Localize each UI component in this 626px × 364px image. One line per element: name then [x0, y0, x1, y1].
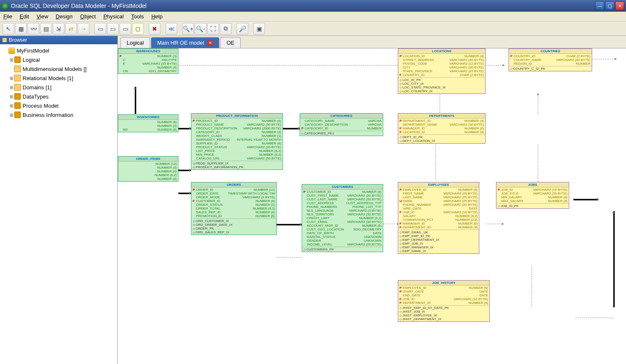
zoom-in-button[interactable]: 🔍+	[182, 23, 194, 35]
menu-object[interactable]: Object	[80, 13, 96, 20]
import-button[interactable]: ⇲	[53, 23, 64, 35]
titlebar: Oracle SQL Developer Data Modeler - MyFi…	[0, 0, 626, 12]
table-inventories[interactable]: INVENTORIESNUMBER (6)NUMBER (3)NDNUMBER …	[118, 114, 178, 132]
tree-label: MyFirstModel	[17, 48, 49, 54]
goggles-button[interactable]: 👓	[28, 23, 39, 35]
browser-header: Browser	[0, 36, 117, 44]
table-departments[interactable]: DEPARTMENTSDEPARTMENT_IDNUMBER (4)DEPART…	[398, 113, 486, 144]
new-note-button[interactable]: ◻	[132, 23, 144, 35]
arrow-button[interactable]: →	[78, 23, 89, 35]
tree-label: Logical	[23, 57, 40, 63]
subview-button[interactable]: ▤	[40, 23, 52, 35]
browser-title: Browser	[9, 37, 27, 43]
menu-physical[interactable]: Physical	[103, 13, 123, 20]
menu-view[interactable]: View	[36, 13, 48, 20]
table-countries[interactable]: COUNTRIESCOUNTRY_IDCHAR (2 BYTE)COUNTRY_…	[509, 48, 592, 71]
toolbar: ↖ ▦ 👓 ▤ ⇲ ⇄ → ▭ ▭ ▭ ◻ ✖ ≪ 🔍+ 🔍- ⛶ ⧉ 🔎 ▣	[0, 22, 626, 36]
tree-item-logical[interactable]: ⊞ Logical	[3, 55, 115, 64]
menu-edit[interactable]: Edit	[20, 13, 29, 20]
tab-main-hr-oe[interactable]: Main HR OE model ✕	[151, 37, 219, 48]
back-button[interactable]: ≪	[165, 23, 177, 35]
close-button[interactable]: ✕	[615, 1, 624, 10]
table-job-history[interactable]: JOB_HISTORYEMPLOYEE_IDNUMBER (6)START_DA…	[398, 280, 490, 322]
window-title: Oracle SQL Developer Data Modeler - MyFi…	[11, 3, 147, 9]
grid-icon	[14, 75, 21, 81]
grid-icon	[14, 84, 21, 91]
tab-bar: Logical Main HR OE model ✕ OE	[118, 36, 626, 48]
menubar: File Edit View Design Object Physical To…	[0, 12, 626, 22]
delete-button[interactable]: ✖	[149, 23, 160, 35]
canvas-area: Logical Main HR OE model ✕ OE	[118, 36, 626, 364]
tree-item-datatypes[interactable]: ⊞ DataTypes	[3, 92, 115, 101]
tree-item-relational[interactable]: ⊞ Relational Models [1]	[3, 73, 115, 83]
fit-screen-button[interactable]: ⛶	[207, 23, 219, 35]
table-employees[interactable]: EMPLOYEESEMPLOYEE_IDNUMBER (6)FIRST_NAME…	[398, 182, 479, 254]
default-size-button[interactable]: ⧉	[220, 23, 232, 35]
table-product-information[interactable]: PRODUCT_INFORMATIONPRODUCT_IDNUMBER (6)P…	[191, 113, 283, 170]
tree-label: DataTypes	[23, 94, 48, 100]
maximize-button[interactable]: ▢	[605, 1, 614, 10]
grid-tool-button[interactable]: ▦	[15, 23, 27, 35]
barrel-icon	[14, 56, 21, 63]
menu-design[interactable]: Design	[56, 13, 72, 20]
barrel-icon	[14, 111, 21, 118]
tab-oe[interactable]: OE	[220, 37, 241, 48]
new-entity-button[interactable]: ▭	[94, 23, 106, 35]
tree-item-process[interactable]: ⊞ Process Model	[3, 101, 115, 110]
menu-help[interactable]: Help	[151, 13, 163, 20]
tree-item-multidimensional[interactable]: Multidimensional Models []	[3, 64, 115, 73]
minimize-button[interactable]: —	[595, 1, 604, 10]
table-customers[interactable]: CUSTOMERSCUSTOMER_IDNUMBER (6)CUST_FIRST…	[302, 184, 383, 252]
tree-label: Process Model	[23, 103, 59, 109]
barrel-icon	[14, 93, 21, 100]
zoom-out-button[interactable]: 🔍-	[195, 23, 206, 35]
tree-label: Domains [1]	[23, 84, 51, 91]
new-view-button[interactable]: ▭	[107, 23, 119, 35]
engineer-button[interactable]: ⇄	[65, 23, 77, 35]
table-locations[interactable]: LOCATIONSLOCATION_IDNUMBER (4)STREET_ADD…	[398, 48, 486, 94]
tree-label: Multidimensional Models []	[23, 66, 87, 72]
table-categories[interactable]: CATEGORIESCATEGORY_NAMEVARCHACATEGORY_DE…	[300, 113, 383, 136]
menu-file[interactable]: File	[3, 13, 12, 20]
find-button[interactable]: 🔎	[237, 23, 248, 35]
diagram-canvas[interactable]: WAREHOUSESNUMBER (3)CXMLTYPEEVARCHAR2 (3…	[118, 48, 626, 364]
menu-tools[interactable]: Tools	[131, 13, 144, 20]
tree-item-business[interactable]: ⊞ Business Information	[3, 110, 115, 119]
new-table-button[interactable]: ▭	[120, 23, 131, 35]
tree-label: Business Information	[23, 112, 73, 118]
app-icon	[2, 3, 8, 9]
table-warehouses[interactable]: WAREHOUSESNUMBER (3)CXMLTYPEEVARCHAR2 (3…	[118, 48, 178, 74]
browser-icon	[3, 38, 7, 42]
main-split: Browser MyFirstModel ⊞ Logical Multidime…	[0, 36, 626, 364]
tab-logical[interactable]: Logical	[120, 37, 150, 48]
pointer-tool-button[interactable]: ↖	[3, 23, 14, 35]
tree-root[interactable]: MyFirstModel	[3, 46, 115, 55]
tree-item-domains[interactable]: ⊞ Domains [1]	[3, 83, 115, 92]
layout-button[interactable]: ▣	[253, 23, 265, 35]
folder-icon	[8, 47, 15, 54]
browser-panel: Browser MyFirstModel ⊞ Logical Multidime…	[0, 36, 118, 364]
tree-label: Relational Models [1]	[23, 75, 73, 81]
close-tab-icon[interactable]: ✕	[207, 40, 213, 46]
table-jobs[interactable]: JOBSJOB_IDVARCHAR2 (10 BYTE)JOB_TITLEVAR…	[496, 182, 569, 209]
grid-icon	[14, 66, 21, 72]
barrel-icon	[14, 102, 21, 109]
table-orders[interactable]: ORDERSORDER_IDNUMBER (12)ORDER_DATETIMES…	[191, 182, 277, 235]
table-order-items[interactable]: ORDER_ITEMSNUMBER (12)NUMBER (3)NUMBER (…	[118, 156, 178, 182]
browser-tree: MyFirstModel ⊞ Logical Multidimensional …	[0, 44, 117, 121]
